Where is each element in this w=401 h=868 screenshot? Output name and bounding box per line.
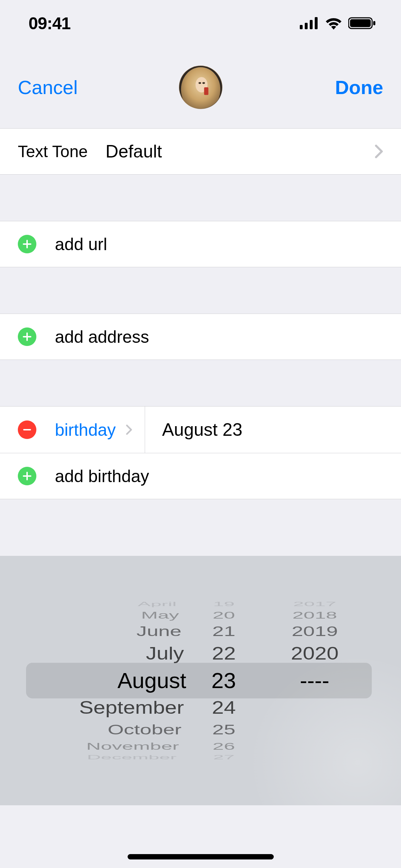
wifi-icon xyxy=(325,17,343,30)
birthday-value: August 23 xyxy=(162,419,242,440)
date-picker[interactable]: AprilMayJuneJulyAugustSeptemberOctoberNo… xyxy=(0,556,401,805)
battery-icon xyxy=(348,17,376,30)
svg-rect-6 xyxy=(373,21,375,25)
svg-point-12 xyxy=(202,82,205,84)
chevron-right-icon xyxy=(126,424,132,435)
picker-item[interactable]: June xyxy=(27,624,181,639)
picker-item[interactable]: April xyxy=(32,601,176,607)
svg-rect-0 xyxy=(300,25,303,29)
picker-item[interactable]: 27 xyxy=(191,754,257,760)
group-birthday: birthday August 23 add birthday xyxy=(0,406,401,499)
picker-item[interactable]: 19 xyxy=(191,601,257,607)
done-button[interactable]: Done xyxy=(335,76,383,98)
picker-item[interactable]: May xyxy=(30,610,179,620)
add-url-label: add url xyxy=(55,234,107,254)
group-address: add address xyxy=(0,314,401,360)
cancel-button[interactable]: Cancel xyxy=(18,76,78,98)
picker-item[interactable]: 24 xyxy=(187,699,260,717)
add-birthday-label: add birthday xyxy=(55,466,149,486)
picker-item[interactable]: ---- xyxy=(261,670,368,692)
picker-item[interactable]: September xyxy=(25,699,184,717)
spacer xyxy=(0,267,401,314)
status-bar: 09:41 xyxy=(0,0,401,46)
group-text-tone: Text Tone Default xyxy=(0,128,401,175)
add-icon xyxy=(18,327,36,346)
picker-item[interactable]: 21 xyxy=(189,624,259,639)
contact-avatar[interactable] xyxy=(179,66,222,109)
svg-point-11 xyxy=(199,82,201,84)
picker-item[interactable]: October xyxy=(27,723,181,737)
add-address-label: add address xyxy=(55,327,149,347)
picker-item[interactable]: 23 xyxy=(186,670,261,692)
status-icons xyxy=(300,17,376,30)
spacer xyxy=(0,360,401,406)
group-url: add url xyxy=(0,221,401,267)
text-tone-label: Text Tone xyxy=(18,142,88,161)
spacer xyxy=(0,175,401,221)
delete-icon[interactable] xyxy=(18,420,36,439)
birthday-row[interactable]: birthday August 23 xyxy=(0,406,401,453)
add-url-row[interactable]: add url xyxy=(0,221,401,267)
picker-item[interactable]: 25 xyxy=(189,723,259,737)
picker-item[interactable]: 2017 xyxy=(268,601,362,607)
picker-wheel-month[interactable]: AprilMayJuneJulyAugustSeptemberOctoberNo… xyxy=(22,556,186,805)
picker-item[interactable]: November xyxy=(30,741,179,751)
picker-item[interactable]: 20 xyxy=(190,610,258,620)
birthday-field-label: birthday xyxy=(55,420,116,440)
picker-item[interactable]: 22 xyxy=(187,644,260,662)
picker-item[interactable]: December xyxy=(32,754,176,760)
svg-rect-1 xyxy=(305,23,308,29)
picker-wheel-year[interactable]: 2017201820192020---- xyxy=(261,556,368,805)
picker-wheel-day[interactable]: 192021222324252627 xyxy=(186,556,261,805)
text-tone-row[interactable]: Text Tone Default xyxy=(0,128,401,175)
nav-header: Cancel Done xyxy=(0,46,401,128)
chevron-right-icon xyxy=(375,144,383,159)
text-tone-value: Default xyxy=(106,141,162,162)
picker-item[interactable]: 2020 xyxy=(263,644,366,662)
picker-item[interactable]: July xyxy=(25,644,184,662)
birthday-field-selector[interactable]: birthday xyxy=(55,407,145,453)
add-birthday-row[interactable]: add birthday xyxy=(0,453,401,499)
svg-rect-2 xyxy=(310,20,313,29)
svg-rect-10 xyxy=(204,87,208,95)
svg-rect-3 xyxy=(315,17,318,29)
picker-item[interactable]: 26 xyxy=(190,741,258,751)
svg-rect-5 xyxy=(350,19,371,27)
add-address-row[interactable]: add address xyxy=(0,314,401,360)
picker-item[interactable]: August xyxy=(22,670,186,692)
picker-item[interactable]: 2019 xyxy=(264,624,365,639)
home-indicator[interactable] xyxy=(128,854,274,859)
cellular-icon xyxy=(300,17,319,29)
add-icon xyxy=(18,467,36,485)
add-icon xyxy=(18,235,36,253)
status-time: 09:41 xyxy=(29,14,71,33)
picker-item[interactable]: 2018 xyxy=(266,610,363,620)
